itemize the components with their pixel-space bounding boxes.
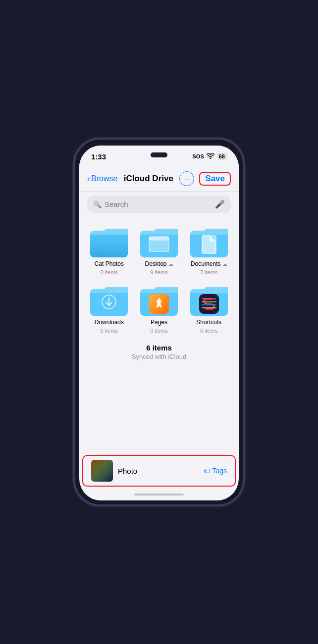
folder-count-desktop: 9 items: [150, 269, 167, 275]
microphone-icon[interactable]: 🎤: [215, 199, 225, 209]
back-button[interactable]: ‹ Browse: [87, 174, 117, 184]
folder-icon-documents: [190, 225, 228, 258]
more-button[interactable]: ···: [179, 171, 194, 186]
footer-info: 6 items Synced with iCloud: [84, 334, 234, 366]
folder-icon-pages: [140, 283, 178, 317]
cloud-icon-documents: ☁: [222, 261, 227, 267]
main-content: Cat Photos 0 items: [79, 217, 239, 455]
folder-name-documents: Documents ☁: [191, 260, 227, 267]
phone-shell: 1:33 SOS 68 ‹ Browse iClou: [74, 139, 244, 505]
file-thumbnail: [91, 460, 113, 482]
status-time: 1:33: [91, 152, 106, 161]
svg-rect-18: [202, 298, 216, 299]
folder-icon-shortcuts: [190, 283, 228, 317]
battery-indicator: 68: [217, 153, 227, 160]
folder-name-pages: Pages: [151, 319, 167, 326]
svg-rect-21: [202, 307, 216, 308]
folder-count-downloads: 0 items: [101, 328, 118, 334]
svg-point-7: [156, 238, 157, 240]
folder-desktop[interactable]: Desktop ☁ 9 items: [136, 225, 182, 275]
folder-icon-downloads: [90, 283, 128, 317]
folder-count-pages: 0 items: [150, 328, 167, 334]
bottom-file-bar[interactable]: Photo 🏷 Tags: [82, 455, 236, 487]
svg-point-5: [151, 238, 152, 240]
folders-grid: Cat Photos 0 items: [84, 225, 234, 334]
folder-count-documents: 7 items: [200, 269, 217, 275]
folder-icon-cat-photos: [90, 225, 128, 258]
home-indicator: [79, 491, 239, 500]
page-title: iCloud Drive: [124, 174, 173, 184]
folder-name-shortcuts: Shortcuts: [196, 319, 221, 326]
search-container: 🔍 🎤: [79, 192, 239, 217]
footer-count: 6 items: [84, 344, 234, 352]
home-bar: [134, 494, 184, 495]
file-item: Photo 🏷 Tags: [91, 460, 227, 482]
search-input[interactable]: [105, 200, 212, 208]
tags-label: Tags: [212, 467, 227, 475]
folder-name-cat-photos: Cat Photos: [95, 260, 124, 267]
folder-count-shortcuts: 0 items: [200, 328, 217, 334]
folder-downloads[interactable]: Downloads 0 items: [86, 283, 132, 334]
folder-cat-photos[interactable]: Cat Photos 0 items: [86, 225, 132, 275]
folder-documents[interactable]: Documents ☁ 7 items: [186, 225, 232, 275]
nav-bar: ‹ Browse iCloud Drive ··· Save: [79, 167, 239, 192]
file-name: Photo: [118, 467, 199, 475]
folder-shortcuts[interactable]: Shortcuts 0 items: [186, 283, 232, 334]
dynamic-island: [151, 152, 167, 157]
svg-rect-20: [202, 304, 216, 305]
folder-name-downloads: Downloads: [95, 319, 124, 326]
folder-count-cat-photos: 0 items: [101, 269, 118, 275]
phone-screen: 1:33 SOS 68 ‹ Browse iClou: [79, 146, 239, 500]
file-tags-button[interactable]: 🏷 Tags: [204, 467, 227, 475]
folder-icon-desktop: [140, 225, 178, 258]
folder-name-desktop: Desktop ☁: [145, 260, 173, 267]
folder-pages[interactable]: Pages 0 items: [136, 283, 182, 334]
status-bar: 1:33 SOS 68: [79, 146, 239, 167]
file-thumbnail-image: [91, 460, 113, 482]
back-label: Browse: [91, 174, 117, 183]
tags-icon: 🏷: [204, 467, 211, 475]
svg-rect-19: [202, 301, 216, 302]
search-bar: 🔍 🎤: [87, 196, 231, 213]
chevron-left-icon: ‹: [87, 174, 90, 184]
svg-rect-1: [90, 231, 128, 257]
search-icon: 🔍: [93, 200, 102, 208]
wifi-icon: [207, 152, 214, 160]
nav-actions: ··· Save: [179, 171, 231, 186]
cloud-icon-desktop: ☁: [168, 261, 173, 267]
status-right: SOS 68: [193, 152, 227, 160]
footer-sync: Synced with iCloud: [84, 353, 234, 360]
svg-point-6: [153, 238, 155, 240]
save-button[interactable]: Save: [199, 172, 231, 186]
status-sos: SOS: [193, 153, 204, 159]
